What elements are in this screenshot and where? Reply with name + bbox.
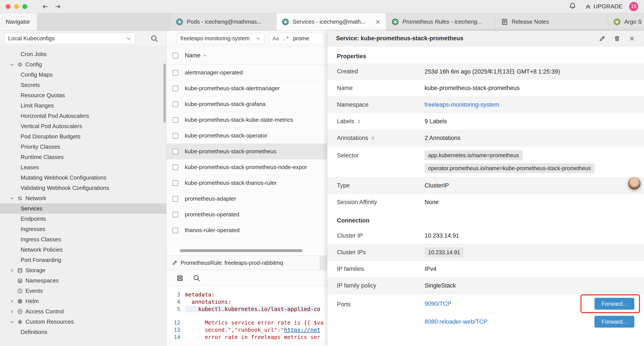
sidebar-scrollbar[interactable] (164, 63, 166, 123)
sidebar-item-resource-quotas[interactable]: Resource Quotas (0, 90, 166, 100)
sidebar-item-definitions[interactable]: Definitions (0, 327, 166, 337)
minimize-traffic-light[interactable] (14, 4, 19, 9)
row-checkbox[interactable] (172, 133, 178, 139)
table-row[interactable]: kube-prometheus-stack-operator (166, 128, 327, 144)
sidebar-item-namespaces[interactable]: Namespaces (0, 276, 166, 286)
search-icon[interactable] (193, 274, 200, 282)
back-arrow-icon[interactable] (42, 3, 49, 10)
sidebar-item-config-maps[interactable]: Config Maps (0, 70, 166, 80)
sidebar-item-cron-jobs[interactable]: Cron Jobs (0, 49, 166, 59)
ip-families-value: IPv4 (424, 266, 634, 272)
expand-collapse-icon[interactable] (371, 136, 375, 141)
sidebar-item-secrets[interactable]: Secrets (0, 80, 166, 90)
code-line: Metrics service error rate is {{ $va (185, 320, 324, 326)
sidebar-item-services[interactable]: Services (0, 203, 166, 214)
forward-arrow-icon[interactable] (54, 3, 62, 10)
edit-pencil-icon[interactable] (599, 35, 606, 42)
row-checkbox[interactable] (172, 212, 178, 217)
select-all-checkbox[interactable] (172, 53, 178, 58)
table-row[interactable]: kube-prometheus-stack-kube-state-metrics (166, 112, 327, 128)
sidebar-item-access-control[interactable]: Access Control (0, 306, 166, 317)
table-row[interactable]: prometheus-adapter (166, 191, 327, 207)
row-checkbox[interactable] (172, 164, 178, 170)
tab-argo[interactable]: Argo S (608, 13, 644, 30)
sidebar-item-custom-resources[interactable]: Custom Resources (0, 317, 166, 327)
row-checkbox[interactable] (172, 101, 178, 107)
row-checkbox[interactable] (172, 70, 178, 75)
forward-button-8080[interactable]: Forward... (594, 316, 634, 328)
avatar[interactable] (627, 177, 641, 191)
horizontal-scrollbar-thumb[interactable] (180, 249, 302, 252)
dock-tab-prometheusrule[interactable]: PrometheusRule: freeleaps-prod-rabbitmq (166, 256, 320, 270)
table-row[interactable]: kube-prometheus-stack-thanos-ruler (166, 175, 327, 191)
row-checkbox[interactable] (172, 196, 178, 202)
table-row[interactable]: thanos-ruler-operated (166, 223, 327, 238)
search-icon[interactable] (150, 34, 158, 42)
traffic-lights (6, 4, 27, 9)
save-icon[interactable] (176, 274, 184, 282)
sidebar-item-vertical-pod-autoscalers[interactable]: Vertical Pod Autoscalers (0, 121, 166, 131)
sidebar-item-limit-ranges[interactable]: Limit Ranges (0, 100, 166, 111)
notification-count-badge[interactable]: 15 (629, 2, 638, 11)
sidebar-item-pod-disruption-budgets[interactable]: Pod Disruption Budgets (0, 131, 166, 142)
name-column-header[interactable]: Name (185, 52, 207, 59)
sidebar-item-mutating-webhook-configurations[interactable]: Mutating Webhook Configurations (0, 173, 166, 183)
tab-release-notes[interactable]: Release Notes (496, 13, 608, 30)
sidebar-item-ingresses[interactable]: Ingresses (0, 224, 166, 234)
kubeconfig-selector[interactable]: Local Kubeconfigs (4, 33, 136, 44)
forward-button-9090[interactable]: Forward... (594, 298, 634, 310)
sidebar-item-runtime-classes[interactable]: Runtime Classes (0, 152, 166, 162)
match-case-toggle[interactable]: Aa (272, 35, 279, 42)
row-checkbox[interactable] (172, 117, 178, 123)
port-link-9090[interactable]: 9090/TCP (424, 301, 451, 307)
table-row[interactable]: kube-prometheus-stack-prometheus-node-ex… (166, 159, 327, 175)
sidebar-item-horizontal-pod-autoscalers[interactable]: Horizontal Pod Autoscalers (0, 111, 166, 121)
sidebar-item-storage[interactable]: Storage (0, 265, 166, 276)
expand-collapse-icon[interactable] (357, 119, 361, 124)
sidebar-item-endpoints[interactable]: Endpoints (0, 214, 166, 224)
notifications-bell-icon[interactable] (569, 2, 576, 11)
row-checkbox[interactable] (172, 86, 178, 91)
sidebar-item-label: Ingress Classes (20, 236, 61, 243)
name-value: kube-prometheus-stack-prometheus (424, 85, 634, 91)
tab-prometheus-rules[interactable]: Prometheus Rules - icecheng... (386, 13, 496, 30)
sidebar-item-helm[interactable]: Helm (0, 296, 166, 306)
sidebar-item-port-forwarding[interactable]: Port Forwarding (0, 255, 166, 265)
upgrade-button[interactable]: UPGRADE (585, 3, 622, 10)
close-tab-icon[interactable] (375, 19, 381, 25)
sidebar-item-events[interactable]: Events (0, 286, 166, 296)
search-input[interactable]: Aa .* prome (269, 33, 324, 44)
sidebar-item-ingress-classes[interactable]: Ingress Classes (0, 234, 166, 245)
sidebar-item-validating-webhook-configurations[interactable]: Validating Webhook Configurations (0, 183, 166, 193)
sidebar-item-config[interactable]: Config (0, 59, 166, 70)
close-drawer-icon[interactable] (629, 35, 635, 42)
table-row[interactable]: kube-prometheus-stack-alertmanager (166, 81, 327, 96)
sidebar-item-leases[interactable]: Leases (0, 162, 166, 173)
port-link-8080[interactable]: 8080:reloader-web/TCP (424, 319, 488, 325)
row-checkbox[interactable] (172, 228, 178, 233)
tab-label: Prometheus Rules - icecheng... (402, 18, 482, 25)
yaml-editor[interactable]: 3metadata: 4 annotations: 5 kubectl.kube… (166, 286, 327, 341)
navigator-tree: Cron Jobs Config Config Maps Secrets Res… (0, 46, 166, 337)
sidebar-item-priority-classes[interactable]: Priority Classes (0, 142, 166, 152)
tab-pods[interactable]: Pods - icecheng@mathmas... (170, 13, 276, 30)
delete-trash-icon[interactable] (614, 35, 620, 42)
sidebar-item-network-policies[interactable]: Network Policies (0, 245, 166, 255)
row-checkbox[interactable] (172, 149, 178, 154)
namespace-filter-select[interactable]: freeleaps-monitoring-system (177, 33, 264, 44)
row-checkbox[interactable] (172, 180, 178, 186)
namespace-filter-value: freeleaps-monitoring-system (180, 35, 250, 42)
regex-toggle[interactable]: .* (283, 35, 289, 42)
chevron-right-icon (10, 268, 14, 273)
service-name: kube-prometheus-stack-alertmanager (185, 85, 280, 92)
table-row[interactable]: kube-prometheus-stack-grafana (166, 96, 327, 112)
tab-services-active[interactable]: Services - icecheng@math... (276, 13, 386, 30)
table-row[interactable]: alertmanager-operated (166, 65, 327, 81)
table-row[interactable]: prometheus-operated (166, 207, 327, 223)
maximize-traffic-light[interactable] (22, 4, 27, 9)
table-header: Name (166, 46, 327, 65)
close-traffic-light[interactable] (6, 4, 10, 9)
sidebar-item-network[interactable]: Network (0, 193, 166, 203)
table-row-selected[interactable]: kube-prometheus-stack-prometheus (166, 144, 327, 159)
namespace-link[interactable]: freeleaps-monitoring-system (424, 101, 499, 108)
